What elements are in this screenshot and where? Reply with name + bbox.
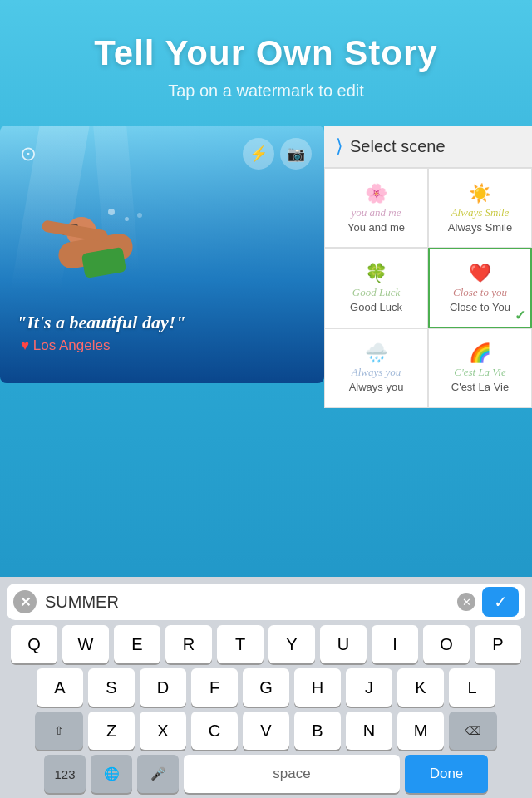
photo-background: "It's a beautiful day!" Los Angeles ⊙ ⚡ … <box>0 126 324 383</box>
microphone-key[interactable]: 🎤 <box>137 755 179 793</box>
search-input[interactable] <box>37 593 457 612</box>
scene-item-always-you[interactable]: 🌧️ Always you Always you <box>324 328 428 408</box>
scene-label-you-and-me: You and me <box>347 221 405 234</box>
scene-header: ⟩ Select scene <box>324 126 532 168</box>
key-Q[interactable]: Q <box>11 625 57 663</box>
keyboard-row-1: Q W E R T Y U I O P <box>3 625 529 663</box>
scene-preview-close-to-you: Close to you <box>453 286 507 299</box>
scene-emoji-always-you: 🌧️ <box>365 342 387 364</box>
key-S[interactable]: S <box>88 668 135 707</box>
scene-emoji-always-smile: ☀️ <box>469 183 491 204</box>
scene-grid: 🌸 you and me You and me ☀️ Always Smile … <box>324 168 532 408</box>
search-cancel-button[interactable]: ✕ <box>13 590 37 613</box>
photo-watermark-text: "It's a beautiful day!" <box>17 312 186 333</box>
scene-panel-title: Select scene <box>350 137 446 156</box>
scene-item-cest-la-vie[interactable]: 🌈 C'est La Vie C'est La Vie <box>428 328 532 408</box>
numbers-key[interactable]: 123 <box>44 755 86 793</box>
search-bar: ✕ ✕ ✓ <box>7 584 525 620</box>
scene-preview-you-and-me: you and me <box>352 206 401 219</box>
main-area: "It's a beautiful day!" Los Angeles ⊙ ⚡ … <box>0 126 532 408</box>
search-clear-button[interactable]: ✕ <box>457 593 475 611</box>
keyboard-row-4: 123 🌐 🎤 space Done <box>3 755 529 793</box>
scene-emoji-close-to-you: ❤️ <box>469 263 491 284</box>
backspace-key[interactable]: ⌫ <box>449 712 497 750</box>
scene-selected-check: ✓ <box>515 308 525 323</box>
scene-item-close-to-you[interactable]: ❤️ Close to you Close to You ✓ <box>428 248 532 328</box>
scene-item-always-smile[interactable]: ☀️ Always Smile Always Smile <box>428 168 532 248</box>
page-subtitle: Tap on a watermark to edit <box>17 81 515 101</box>
flash-icon[interactable]: ⚡ <box>243 138 274 170</box>
search-confirm-button[interactable]: ✓ <box>482 587 519 617</box>
keyboard-row-2: A S D F G H J K L <box>3 668 529 707</box>
key-N[interactable]: N <box>346 712 392 750</box>
keyboard-area: ✕ ✕ ✓ Q W E R T Y U I O P A S D F G H J … <box>0 577 532 798</box>
scene-label-close-to-you: Close to You <box>450 301 510 313</box>
scene-preview-cest-la-vie: C'est La Vie <box>454 366 505 379</box>
key-U[interactable]: U <box>320 625 367 663</box>
key-W[interactable]: W <box>62 625 109 663</box>
page-title: Tell Your Own Story <box>17 33 515 73</box>
scene-back-arrow[interactable]: ⟩ <box>336 135 343 157</box>
scene-preview-always-you: Always you <box>352 366 401 379</box>
key-P[interactable]: P <box>475 625 521 663</box>
scene-preview-good-luck: Good Luck <box>352 286 400 299</box>
key-T[interactable]: T <box>217 625 264 663</box>
photo-preview[interactable]: "It's a beautiful day!" Los Angeles ⊙ ⚡ … <box>0 126 324 383</box>
key-G[interactable]: G <box>243 668 289 707</box>
key-Z[interactable]: Z <box>88 712 135 750</box>
key-D[interactable]: D <box>140 668 186 707</box>
key-O[interactable]: O <box>423 625 470 663</box>
space-key[interactable]: space <box>184 755 400 793</box>
key-J[interactable]: J <box>346 668 392 707</box>
globe-key[interactable]: 🌐 <box>91 755 132 793</box>
photo-location-text: Los Angeles <box>21 337 110 354</box>
key-C[interactable]: C <box>191 712 238 750</box>
key-M[interactable]: M <box>397 712 444 750</box>
key-B[interactable]: B <box>294 712 341 750</box>
camera-icon[interactable]: 📷 <box>280 138 312 170</box>
done-key[interactable]: Done <box>405 755 488 793</box>
key-X[interactable]: X <box>140 712 186 750</box>
scene-emoji-good-luck: 🍀 <box>365 263 387 284</box>
header: Tell Your Own Story Tap on a watermark t… <box>0 0 532 117</box>
target-icon[interactable]: ⊙ <box>12 138 44 170</box>
key-F[interactable]: F <box>191 668 238 707</box>
scene-label-cest-la-vie: C'est La Vie <box>451 381 509 393</box>
scene-label-always-smile: Always Smile <box>448 221 512 234</box>
key-L[interactable]: L <box>449 668 495 707</box>
key-R[interactable]: R <box>165 625 212 663</box>
scene-emoji-cest-la-vie: 🌈 <box>469 342 491 364</box>
key-K[interactable]: K <box>397 668 444 707</box>
key-A[interactable]: A <box>37 668 83 707</box>
key-I[interactable]: I <box>372 625 418 663</box>
scene-label-good-luck: Good Luck <box>350 301 402 313</box>
key-Y[interactable]: Y <box>268 625 315 663</box>
scene-item-good-luck[interactable]: 🍀 Good Luck Good Luck <box>324 248 428 328</box>
scene-emoji-you-and-me: 🌸 <box>365 183 387 204</box>
key-E[interactable]: E <box>114 625 160 663</box>
key-V[interactable]: V <box>243 712 289 750</box>
key-H[interactable]: H <box>294 668 341 707</box>
scene-preview-always-smile: Always Smile <box>451 206 510 219</box>
scene-item-you-and-me[interactable]: 🌸 you and me You and me <box>324 168 428 248</box>
shift-key[interactable]: ⇧ <box>35 712 83 750</box>
scene-label-always-you: Always you <box>349 381 404 393</box>
keyboard-row-3: ⇧ Z X C V B N M ⌫ <box>3 712 529 750</box>
scene-panel: ⟩ Select scene 🌸 you and me You and me ☀… <box>324 126 532 408</box>
